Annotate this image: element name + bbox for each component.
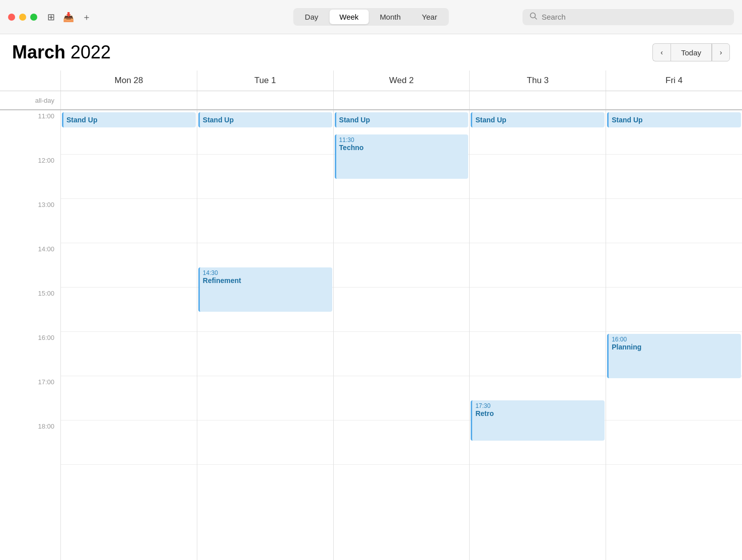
all-day-cell-mon bbox=[60, 91, 197, 109]
hour-line bbox=[334, 243, 470, 288]
hour-line bbox=[61, 243, 197, 288]
day-column-thu: Stand Up 17:30 Retro bbox=[469, 110, 606, 560]
hour-line bbox=[61, 155, 197, 199]
day-column-tue: Stand Up 14:30 Refinement bbox=[197, 110, 333, 560]
prev-button[interactable]: ‹ bbox=[652, 43, 671, 61]
day-column-fri: Stand Up 16:00 Planning bbox=[606, 110, 742, 560]
view-year-button[interactable]: Year bbox=[412, 10, 447, 24]
calendar-grid-icon[interactable]: ⊞ bbox=[47, 12, 55, 23]
day-column-wed: Stand Up 11:30 Techno bbox=[333, 110, 470, 560]
hour-line bbox=[470, 199, 606, 243]
day-headers: Mon 28 Tue 1 Wed 2 Thu 3 Fri 4 bbox=[0, 71, 742, 91]
time-label-1100: 11:00 bbox=[0, 110, 60, 155]
calendar-grid: Mon 28 Tue 1 Wed 2 Thu 3 Fri 4 all-day 1… bbox=[0, 71, 742, 560]
hour-line bbox=[606, 243, 742, 288]
view-week-button[interactable]: Week bbox=[329, 10, 368, 24]
hour-line bbox=[197, 332, 333, 376]
event-standup-wed[interactable]: Stand Up bbox=[335, 112, 469, 127]
event-planning-fri[interactable]: 16:00 Planning bbox=[607, 334, 741, 378]
search-bar bbox=[523, 9, 734, 25]
hour-line bbox=[470, 155, 606, 199]
view-day-button[interactable]: Day bbox=[295, 10, 329, 24]
event-standup-mon[interactable]: Stand Up bbox=[62, 112, 196, 127]
day-column-mon: Stand Up bbox=[60, 110, 197, 560]
minimize-button[interactable] bbox=[19, 14, 26, 21]
time-grid: 11:00 12:00 13:00 14:00 15:00 16:00 17:0… bbox=[0, 110, 742, 560]
hour-line bbox=[197, 376, 333, 421]
search-icon bbox=[530, 12, 538, 22]
close-button[interactable] bbox=[8, 14, 15, 21]
search-input[interactable] bbox=[542, 13, 727, 21]
all-day-cell-tue bbox=[197, 91, 333, 109]
time-label-1800: 18:00 bbox=[0, 421, 60, 465]
year-label: 2022 bbox=[70, 42, 111, 62]
day-header-fri: Fri 4 bbox=[606, 71, 742, 91]
nav-controls: ‹ Today › bbox=[652, 43, 730, 61]
hour-line bbox=[61, 376, 197, 421]
time-labels: 11:00 12:00 13:00 14:00 15:00 16:00 17:0… bbox=[0, 110, 60, 560]
all-day-cell-fri bbox=[606, 91, 742, 109]
calendar-header: March 2022 ‹ Today › bbox=[0, 34, 742, 71]
hour-line bbox=[470, 243, 606, 288]
day-columns: Stand Up Stand Up 14:30 bbox=[60, 110, 742, 560]
add-event-icon[interactable]: ＋ bbox=[82, 11, 91, 23]
all-day-cell-thu bbox=[469, 91, 606, 109]
hour-line bbox=[61, 332, 197, 376]
time-label-1200: 12:00 bbox=[0, 155, 60, 199]
next-button[interactable]: › bbox=[712, 43, 730, 61]
hour-line bbox=[470, 332, 606, 376]
event-standup-fri[interactable]: Stand Up bbox=[607, 112, 741, 127]
all-day-label: all-day bbox=[0, 91, 60, 109]
hour-line bbox=[470, 288, 606, 332]
time-label-1400: 14:00 bbox=[0, 243, 60, 288]
day-header-wed: Wed 2 bbox=[333, 71, 470, 91]
hour-line bbox=[61, 199, 197, 243]
view-month-button[interactable]: Month bbox=[369, 10, 411, 24]
event-standup-tue[interactable]: Stand Up bbox=[198, 112, 332, 127]
hour-line bbox=[606, 421, 742, 465]
all-day-cell-wed bbox=[333, 91, 470, 109]
hour-line bbox=[334, 288, 470, 332]
event-refinement-tue[interactable]: 14:30 Refinement bbox=[198, 267, 332, 312]
hour-line bbox=[197, 199, 333, 243]
event-techno-wed[interactable]: 11:30 Techno bbox=[335, 134, 469, 179]
svg-line-1 bbox=[535, 17, 537, 19]
hour-line bbox=[61, 421, 197, 465]
hour-line bbox=[334, 421, 470, 465]
hour-line bbox=[606, 155, 742, 199]
view-switcher: Day Week Month Year bbox=[293, 8, 449, 26]
day-header-tue: Tue 1 bbox=[197, 71, 333, 91]
time-label-1700: 17:00 bbox=[0, 376, 60, 421]
time-label-1600: 16:00 bbox=[0, 332, 60, 376]
time-label-1300: 13:00 bbox=[0, 199, 60, 243]
traffic-lights bbox=[8, 14, 37, 21]
hour-line bbox=[606, 199, 742, 243]
hour-line bbox=[606, 376, 742, 421]
month-label: March bbox=[12, 42, 65, 62]
hour-line bbox=[197, 421, 333, 465]
day-header-thu: Thu 3 bbox=[469, 71, 606, 91]
inbox-icon[interactable]: 📥 bbox=[63, 12, 74, 23]
hour-line bbox=[334, 376, 470, 421]
event-retro-thu[interactable]: 17:30 Retro bbox=[471, 400, 605, 441]
hour-line bbox=[334, 332, 470, 376]
event-standup-thu[interactable]: Stand Up bbox=[471, 112, 605, 127]
maximize-button[interactable] bbox=[30, 14, 37, 21]
hour-line bbox=[334, 199, 470, 243]
day-header-mon: Mon 28 bbox=[60, 71, 197, 91]
time-label-1500: 15:00 bbox=[0, 288, 60, 332]
hour-line bbox=[606, 288, 742, 332]
time-gutter bbox=[0, 71, 60, 91]
page-title: March 2022 bbox=[12, 42, 111, 63]
titlebar-icons: ⊞ 📥 ＋ bbox=[47, 11, 91, 23]
titlebar: ⊞ 📥 ＋ Day Week Month Year bbox=[0, 0, 742, 34]
today-button[interactable]: Today bbox=[671, 43, 712, 61]
hour-line bbox=[61, 288, 197, 332]
all-day-row: all-day bbox=[0, 91, 742, 110]
hour-line bbox=[197, 155, 333, 199]
